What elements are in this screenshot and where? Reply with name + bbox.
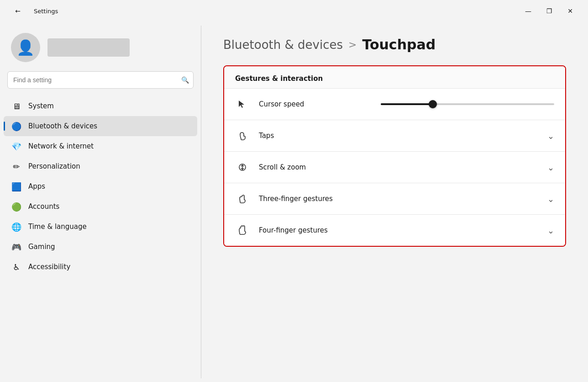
accessibility-icon: ♿ [11,261,22,272]
four-finger-row[interactable]: Four-finger gestures ⌄ [224,214,565,246]
minimize-button[interactable]: — [518,4,539,18]
sidebar-item-label-personalization: Personalization [28,162,80,170]
gestures-card: Gestures & interaction Cursor speed [223,65,566,247]
cursor-speed-label: Cursor speed [259,100,372,108]
taps-chevron-icon: ⌄ [547,131,554,141]
taps-row[interactable]: Taps ⌄ [224,120,565,151]
system-icon: 🖥 [11,101,22,111]
accounts-icon: 🟢 [11,201,22,212]
window-controls: — ❐ ✕ [518,4,581,18]
personalization-icon: ✏️ [11,161,22,172]
breadcrumb: Bluetooth & devices > Touchpad [223,37,566,53]
bluetooth-icon: 🔵 [11,121,22,132]
four-finger-control: ⌄ [547,226,554,235]
taps-control: ⌄ [547,131,554,141]
profile-section: 👤 [0,22,201,71]
scroll-zoom-label: Scroll & zoom [259,163,538,171]
sidebar-item-label-apps: Apps [28,182,45,191]
four-finger-chevron-icon: ⌄ [547,226,554,235]
taps-label: Taps [259,132,538,140]
sidebar-item-network[interactable]: 💎 Network & internet [4,136,197,156]
sidebar-item-label-time: Time & language [28,223,87,231]
breadcrumb-current: Touchpad [362,37,436,53]
cursor-icon [235,97,250,111]
breadcrumb-parent[interactable]: Bluetooth & devices [223,38,343,52]
sidebar-item-label-accessibility: Accessibility [28,263,70,271]
titlebar-left: ← Settings [7,4,58,18]
scroll-zoom-chevron-icon: ⌄ [547,163,554,172]
search-box: 🔍 [7,71,194,89]
section-title: Gestures & interaction [224,66,565,88]
sidebar-item-label-accounts: Accounts [28,202,59,211]
three-finger-chevron-icon: ⌄ [547,194,554,204]
sidebar-item-label-gaming: Gaming [28,243,55,251]
four-finger-icon [235,223,250,238]
sidebar-item-label-system: System [28,102,54,110]
speed-slider-fill [381,103,433,105]
sidebar-item-gaming[interactable]: 🎮 Gaming [4,237,197,257]
sidebar-item-system[interactable]: 🖥 System [4,96,197,116]
gaming-icon: 🎮 [11,241,22,252]
avatar: 👤 [11,33,40,62]
three-finger-row[interactable]: Three-finger gestures ⌄ [224,183,565,214]
sidebar: 👤 🔍 🖥 System 🔵 Bluetooth & devices 💎 Net… [0,22,201,382]
back-button[interactable]: ← [7,4,28,18]
search-input[interactable] [7,71,194,89]
breadcrumb-separator: > [348,39,357,50]
nav-items: 🖥 System 🔵 Bluetooth & devices 💎 Network… [0,96,201,277]
search-icon[interactable]: 🔍 [181,76,189,84]
three-finger-label: Three-finger gestures [259,195,538,203]
user-icon: 👤 [16,39,35,56]
scroll-zoom-row[interactable]: Scroll & zoom ⌄ [224,151,565,183]
sidebar-item-time[interactable]: 🌐 Time & language [4,217,197,237]
close-button[interactable]: ✕ [560,4,581,18]
cursor-speed-control [381,103,554,105]
main-content: Bluetooth & devices > Touchpad Gestures … [201,22,588,382]
app-title: Settings [34,8,58,15]
scroll-zoom-control: ⌄ [547,163,554,172]
sidebar-item-label-bluetooth: Bluetooth & devices [28,122,97,130]
sidebar-item-label-network: Network & internet [28,142,94,150]
taps-icon [235,128,250,143]
three-finger-control: ⌄ [547,194,554,204]
app-body: 👤 🔍 🖥 System 🔵 Bluetooth & devices 💎 Net… [0,22,588,382]
titlebar: ← Settings — ❐ ✕ [0,0,588,22]
sidebar-item-apps[interactable]: 🟦 Apps [4,176,197,196]
sidebar-item-bluetooth[interactable]: 🔵 Bluetooth & devices [4,116,197,136]
three-finger-icon [235,191,250,206]
sidebar-item-accounts[interactable]: 🟢 Accounts [4,196,197,217]
four-finger-label: Four-finger gestures [259,226,538,234]
time-icon: 🌐 [11,221,22,232]
scroll-icon [235,160,250,175]
speed-slider-track[interactable] [381,103,554,105]
network-icon: 💎 [11,141,22,152]
apps-icon: 🟦 [11,181,22,192]
speed-slider-thumb[interactable] [429,100,437,108]
profile-name [47,38,130,57]
sidebar-item-accessibility[interactable]: ♿ Accessibility [4,257,197,277]
sidebar-item-personalization[interactable]: ✏️ Personalization [4,156,197,176]
cursor-speed-row[interactable]: Cursor speed [224,88,565,120]
maximize-button[interactable]: ❐ [539,4,560,18]
